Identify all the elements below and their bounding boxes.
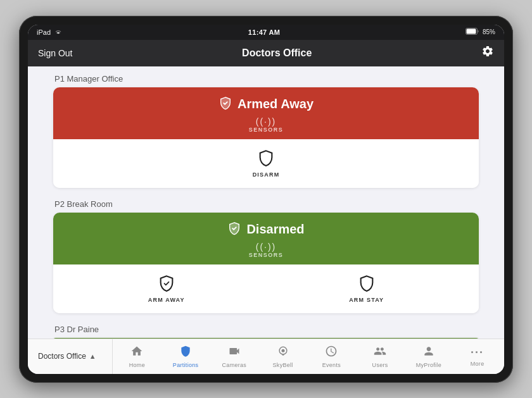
tab-skybell[interactable]: SkyBell	[258, 339, 307, 374]
p2-actions: ARM AWAY ARM STAY	[53, 264, 479, 313]
tab-partitions[interactable]: Partitions	[162, 339, 210, 374]
svg-rect-1	[466, 29, 476, 34]
partitions-icon	[179, 345, 192, 361]
chevron-up-icon: ▲	[89, 352, 96, 360]
events-icon	[325, 345, 338, 361]
device-label: iPad	[37, 28, 51, 36]
tab-location[interactable]: Doctors Office ▲	[30, 339, 113, 374]
p1-status-text: Armed Away	[238, 97, 314, 111]
p1-disarm-label: DISARM	[253, 171, 280, 178]
tab-events[interactable]: Events	[307, 339, 356, 374]
tablet-device: iPad 11:47 AM	[19, 16, 513, 383]
svg-point-3	[281, 349, 284, 352]
tab-cameras-label: Cameras	[222, 362, 247, 368]
partition-p3: P3 Dr Paine	[53, 325, 479, 339]
tab-partitions-label: Partitions	[173, 362, 199, 368]
content-area: P1 Manager Office Armed Away	[28, 66, 504, 339]
p1-status-banner[interactable]: Armed Away ((·)) SENSORS	[53, 87, 479, 139]
partition-p2: P2 Break Room Disarmed	[53, 199, 479, 313]
p2-arm-away-icon	[158, 275, 175, 295]
users-icon	[374, 345, 386, 361]
p1-title-row: Armed Away	[218, 96, 314, 113]
tab-cameras[interactable]: Cameras	[210, 339, 259, 374]
p2-sensor-label: SENSORS	[249, 252, 284, 258]
p1-sensor-label: SENSORS	[249, 127, 284, 133]
myprofile-icon	[422, 345, 435, 361]
partition-p2-label: P2 Break Room	[53, 199, 479, 209]
skybell-icon	[277, 345, 289, 361]
tab-bar: Doctors Office ▲ Home	[28, 339, 504, 374]
p1-disarm-button[interactable]: DISARM	[243, 146, 290, 182]
cameras-icon	[228, 345, 241, 361]
svg-rect-4	[282, 354, 284, 356]
p2-arm-stay-label: ARM STAY	[349, 297, 384, 303]
p2-status-text: Disarmed	[246, 222, 304, 237]
tab-more[interactable]: ··· More	[453, 339, 502, 374]
battery-icon	[466, 28, 479, 36]
tablet-screen: iPad 11:47 AM	[28, 25, 504, 374]
tab-users[interactable]: Users	[356, 339, 405, 374]
tab-myprofile-label: MyProfile	[416, 362, 441, 368]
tab-events-label: Events	[322, 362, 341, 368]
p2-title-row: Disarmed	[227, 221, 304, 238]
page-title: Doctors Office	[242, 47, 312, 59]
status-left: iPad	[37, 28, 63, 36]
tab-more-label: More	[471, 361, 484, 367]
p2-arm-stay-icon	[358, 275, 376, 295]
p2-arm-away-button[interactable]: ARM AWAY	[138, 271, 195, 307]
p2-arm-stay-button[interactable]: ARM STAY	[339, 271, 394, 307]
partition-p3-label: P3 Dr Paine	[53, 325, 479, 334]
status-time: 11:47 AM	[248, 28, 280, 36]
p2-arm-away-label: ARM AWAY	[148, 297, 185, 303]
settings-icon[interactable]	[481, 45, 494, 61]
p1-actions: DISARM	[53, 139, 479, 188]
sign-out-button[interactable]: Sign Out	[38, 48, 72, 58]
battery-label: 85%	[483, 28, 495, 35]
p1-disarm-icon	[257, 149, 275, 170]
p2-sensor-row: ((·)) SENSORS	[249, 242, 284, 258]
nav-bar: Sign Out Doctors Office	[28, 40, 504, 66]
wifi-icon	[54, 28, 63, 36]
p2-status-banner[interactable]: Disarmed ((·)) SENSORS	[53, 213, 479, 264]
tab-home[interactable]: Home	[113, 339, 162, 374]
status-right: 85%	[466, 28, 495, 36]
partition-p1: P1 Manager Office Armed Away	[53, 74, 479, 188]
p2-shield-icon	[227, 221, 241, 238]
tab-location-text: Doctors Office	[38, 352, 86, 361]
p1-shield-icon	[218, 96, 232, 113]
tab-myprofile[interactable]: MyProfile	[405, 339, 453, 374]
tabs-container: Home Partitions	[113, 339, 502, 374]
p1-sensor-row: ((·)) SENSORS	[249, 116, 284, 133]
tab-skybell-label: SkyBell	[273, 362, 293, 368]
partition-p1-card: Armed Away ((·)) SENSORS	[53, 87, 479, 188]
tab-users-label: Users	[372, 362, 388, 368]
home-icon	[130, 345, 143, 361]
partition-p2-card: Disarmed ((·)) SENSORS	[53, 213, 479, 313]
partition-p1-label: P1 Manager Office	[53, 74, 479, 84]
status-bar: iPad 11:47 AM	[28, 25, 504, 40]
tab-home-label: Home	[129, 362, 145, 368]
more-icon: ···	[471, 346, 484, 359]
p1-sensor-wave: ((·))	[256, 116, 277, 127]
p2-sensor-wave: ((·))	[256, 242, 277, 252]
